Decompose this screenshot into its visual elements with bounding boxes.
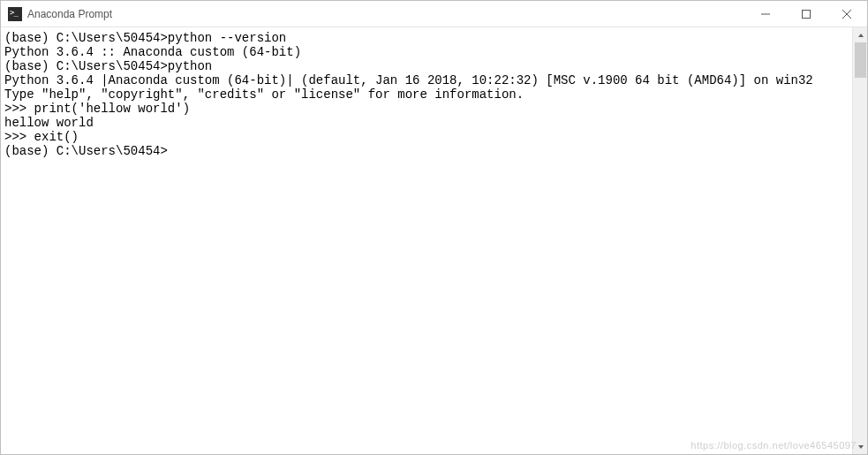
terminal-line: Python 3.6.4 :: Anaconda custom (64-bit) xyxy=(4,45,849,59)
minimize-button[interactable] xyxy=(745,1,786,27)
scroll-down-arrow-icon[interactable] xyxy=(853,439,867,454)
terminal-line: >>> exit() xyxy=(4,130,849,144)
window-frame: Anaconda Prompt (base) C:\Users\50454>py… xyxy=(0,0,868,455)
svg-marker-5 xyxy=(858,445,864,449)
app-icon xyxy=(8,7,22,21)
terminal-line: Type "help", "copyright", "credits" or "… xyxy=(4,87,849,102)
terminal-line: (base) C:\Users\50454> xyxy=(4,144,849,158)
scroll-up-arrow-icon[interactable] xyxy=(853,27,867,42)
titlebar[interactable]: Anaconda Prompt xyxy=(1,1,867,27)
window-title: Anaconda Prompt xyxy=(27,8,112,20)
svg-rect-1 xyxy=(803,10,811,18)
scroll-thumb[interactable] xyxy=(855,42,866,78)
terminal-line: (base) C:\Users\50454>python xyxy=(4,59,849,73)
terminal-line: (base) C:\Users\50454>python --version xyxy=(4,31,849,45)
terminal-line: hellow world xyxy=(4,116,849,130)
terminal-line: Python 3.6.4 |Anaconda custom (64-bit)| … xyxy=(4,73,849,87)
maximize-button[interactable] xyxy=(786,1,826,27)
close-button[interactable] xyxy=(826,1,867,27)
vertical-scrollbar[interactable] xyxy=(852,27,867,454)
client-area: (base) C:\Users\50454>python --versionPy… xyxy=(1,27,867,454)
terminal-line: >>> print('hellow world') xyxy=(4,102,849,116)
terminal-output[interactable]: (base) C:\Users\50454>python --versionPy… xyxy=(1,27,852,454)
svg-marker-4 xyxy=(858,34,864,37)
